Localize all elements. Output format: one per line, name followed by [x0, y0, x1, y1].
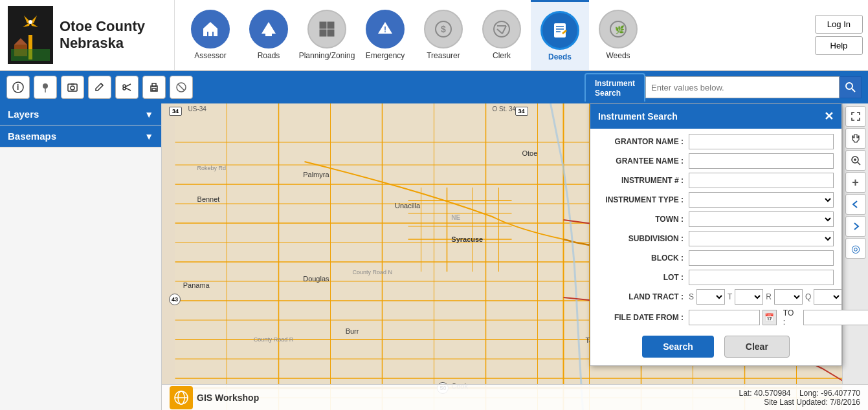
land-tract-label: LAND TRACT :: [598, 292, 689, 301]
bottom-bar: GIS Workshop Lat: 40.570984 Long: -96.40…: [162, 384, 868, 410]
block-row: BLOCK :: [598, 250, 834, 266]
planning-icon: [307, 10, 346, 49]
grantor-name-input[interactable]: [689, 134, 834, 149]
nav-item-emergency[interactable]: ! Emergency: [356, 0, 414, 70]
svg-rect-24: [554, 23, 566, 38]
grantee-name-label: GRANTEE NAME :: [598, 156, 689, 166]
land-tract-q-select[interactable]: [814, 289, 842, 305]
nav-item-weeds[interactable]: 🌿 Weeds: [589, 0, 647, 70]
instrument-panel-header: Instrument Search ✕: [590, 104, 841, 129]
assessor-label: Assessor: [194, 51, 226, 60]
r-label: R: [766, 292, 772, 301]
search-input[interactable]: [645, 76, 840, 98]
help-button[interactable]: Help: [815, 36, 863, 55]
toolbar: i Instrument Search: [0, 71, 868, 103]
back-button[interactable]: [845, 194, 866, 215]
right-tools: + ◎: [842, 103, 868, 410]
nav-item-treasurer[interactable]: $ Treasurer: [414, 0, 473, 70]
instrument-panel-body: GRANTOR NAME : GRANTEE NAME : INSTRUMENT…: [590, 129, 841, 365]
clerk-icon: [482, 10, 521, 49]
svg-point-40: [123, 87, 126, 90]
deeds-label: Deeds: [548, 52, 572, 61]
pin-tool-button[interactable]: [34, 76, 57, 99]
svg-text:i: i: [17, 83, 19, 92]
instrument-type-select[interactable]: [689, 192, 834, 208]
top-right-buttons: Log In Help: [810, 10, 868, 60]
svg-rect-12: [320, 22, 326, 28]
land-tract-t-select[interactable]: [735, 289, 763, 305]
photo-tool-button[interactable]: [61, 76, 84, 99]
land-tract-r-select[interactable]: [774, 289, 803, 305]
land-tract-s-select[interactable]: [696, 289, 725, 305]
svg-marker-10: [262, 22, 276, 34]
nav-item-roads[interactable]: Roads: [239, 0, 298, 70]
clerk-label: Clerk: [493, 51, 511, 60]
roads-icon: [249, 10, 288, 49]
info-tool-button[interactable]: i: [6, 76, 30, 99]
grantee-name-input[interactable]: [689, 153, 834, 169]
login-button[interactable]: Log In: [815, 15, 863, 34]
instrument-search-button[interactable]: Search: [642, 336, 714, 358]
basemaps-section: Basemaps ▼: [0, 125, 161, 147]
fullscreen-button[interactable]: [845, 106, 866, 127]
instrument-clear-button[interactable]: Clear: [724, 336, 790, 358]
nav-item-deeds[interactable]: Deeds: [531, 0, 589, 70]
nav-item-assessor[interactable]: Assessor: [181, 0, 239, 70]
svg-line-42: [126, 88, 131, 91]
nav-item-planning[interactable]: Planning/Zoning: [298, 0, 356, 70]
svg-text:!: !: [384, 25, 386, 34]
land-tract-row: LAND TRACT : S T R Q: [598, 289, 834, 305]
basemaps-chevron: ▼: [144, 131, 153, 142]
map-container[interactable]: US-34 O St. 34 160th St. Otoe Palmyra Be…: [162, 103, 868, 410]
zoom-area-button[interactable]: [845, 150, 866, 171]
edit-tool-button[interactable]: [88, 76, 111, 99]
basemaps-header[interactable]: Basemaps ▼: [0, 125, 161, 147]
disable-tool-button[interactable]: [170, 76, 193, 99]
file-date-from-input[interactable]: [689, 310, 760, 325]
zoom-in-button[interactable]: +: [845, 172, 866, 193]
subdivision-select[interactable]: [689, 231, 834, 246]
lot-row: LOT :: [598, 270, 834, 285]
instrument-panel-close-button[interactable]: ✕: [824, 109, 834, 124]
file-date-row: FILE DATE FROM : 📅 TO : 📅: [598, 308, 834, 327]
instrument-panel: Instrument Search ✕ GRANTOR NAME : GRANT…: [590, 103, 842, 366]
layers-header[interactable]: Layers ▼: [0, 103, 161, 125]
t-label: T: [728, 292, 732, 301]
instrument-num-input[interactable]: [689, 173, 834, 188]
forward-button[interactable]: [845, 216, 866, 237]
nav-item-clerk[interactable]: Clerk: [473, 0, 531, 70]
svg-rect-11: [265, 34, 272, 36]
print-tool-button[interactable]: [142, 76, 166, 99]
block-input[interactable]: [689, 250, 834, 266]
nav-icons: Assessor Roads Planning/Zoning ! Emergen…: [175, 0, 810, 70]
svg-line-22: [497, 29, 502, 34]
instrument-panel-title: Instrument Search: [598, 111, 678, 122]
svg-rect-37: [71, 83, 74, 85]
file-date-from-calendar-button[interactable]: 📅: [762, 310, 777, 325]
header: Otoe County Nebraska Assessor Roads Plan…: [0, 0, 868, 71]
search-button[interactable]: [840, 76, 862, 98]
emergency-label: Emergency: [366, 51, 405, 60]
planning-label: Planning/Zoning: [299, 51, 355, 60]
locate-button[interactable]: ◎: [845, 238, 866, 259]
svg-rect-13: [328, 22, 334, 28]
lot-input[interactable]: [689, 270, 834, 285]
file-date-to-input[interactable]: [803, 310, 868, 325]
scissors-tool-button[interactable]: [115, 76, 139, 99]
search-area: Instrument Search: [584, 73, 862, 102]
long-value: -96.407770: [821, 389, 860, 398]
town-select[interactable]: [689, 211, 834, 227]
logo-area: Otoe County Nebraska: [0, 0, 175, 70]
grantee-name-row: GRANTEE NAME :: [598, 153, 834, 169]
land-tract-controls: S T R Q: [689, 289, 842, 305]
svg-point-5: [28, 20, 32, 24]
layers-label: Layers: [8, 109, 39, 120]
pan-button[interactable]: [845, 128, 866, 149]
weeds-label: Weeds: [606, 51, 630, 60]
instrument-search-tab[interactable]: Instrument Search: [584, 73, 645, 102]
logo-text: Otoe County Nebraska: [60, 18, 145, 52]
lat-label: Lat:: [739, 389, 751, 398]
s-label: S: [689, 292, 694, 301]
to-label: TO :: [779, 308, 801, 327]
instrument-num-label: INSTRUMENT # :: [598, 176, 689, 185]
